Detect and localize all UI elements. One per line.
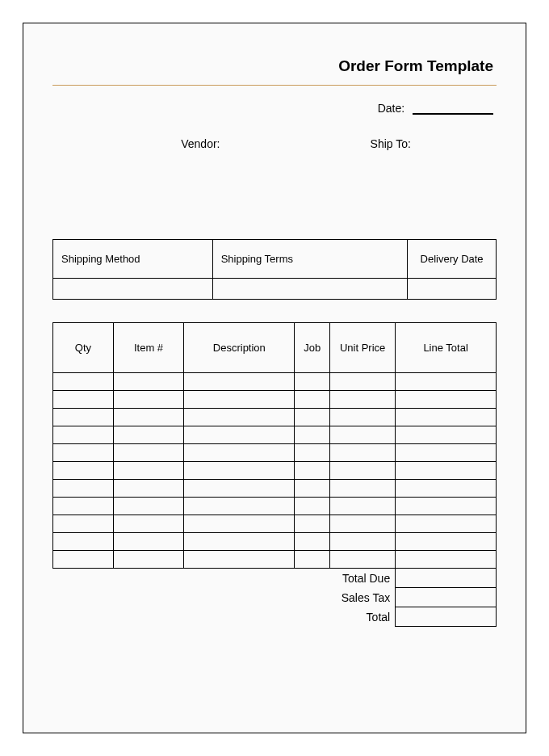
- table-row: [53, 462, 497, 480]
- table-row: [53, 444, 497, 462]
- shipping-table: Shipping Method Shipping Terms Delivery …: [52, 239, 497, 300]
- table-row: [53, 373, 497, 391]
- vendor-label: Vendor:: [52, 137, 253, 150]
- total-due-row: Total Due: [53, 569, 497, 588]
- total-label: Total: [53, 607, 396, 627]
- shipping-terms-header: Shipping Terms: [212, 240, 408, 279]
- table-row: [53, 551, 497, 569]
- total-row: Total: [53, 607, 497, 627]
- total-value[interactable]: [396, 607, 497, 627]
- shipping-method-cell[interactable]: [53, 279, 213, 300]
- sales-tax-value[interactable]: [396, 588, 497, 607]
- table-row: [53, 515, 497, 533]
- delivery-date-header: Delivery Date: [408, 240, 497, 279]
- shipto-label: Ship To:: [253, 137, 497, 150]
- sales-tax-label: Sales Tax: [53, 588, 396, 607]
- date-label: Date:: [378, 102, 404, 115]
- unit-price-header: Unit Price: [330, 323, 396, 373]
- shipping-method-header: Shipping Method: [53, 240, 213, 279]
- description-header: Description: [184, 323, 295, 373]
- form-title: Order Form Template: [52, 57, 497, 85]
- table-row: [53, 391, 497, 409]
- date-input-line[interactable]: [413, 113, 493, 115]
- total-due-label: Total Due: [53, 569, 396, 588]
- title-divider: [52, 85, 497, 86]
- items-table: Qty Item # Description Job Unit Price Li…: [52, 322, 497, 627]
- table-row: [53, 480, 497, 498]
- job-header: Job: [295, 323, 330, 373]
- items-header-row: Qty Item # Description Job Unit Price Li…: [53, 323, 497, 373]
- shipping-header-row: Shipping Method Shipping Terms Delivery …: [53, 240, 497, 279]
- order-form-page: Order Form Template Date: Vendor: Ship T…: [23, 23, 526, 733]
- shipping-terms-cell[interactable]: [212, 279, 408, 300]
- item-header: Item #: [113, 323, 183, 373]
- delivery-date-cell[interactable]: [408, 279, 497, 300]
- qty-header: Qty: [53, 323, 114, 373]
- line-total-header: Line Total: [396, 323, 497, 373]
- table-row: [53, 426, 497, 444]
- table-row: [53, 498, 497, 515]
- sales-tax-row: Sales Tax: [53, 588, 497, 607]
- vendor-shipto-row: Vendor: Ship To:: [52, 137, 497, 150]
- total-due-value[interactable]: [396, 569, 497, 588]
- date-row: Date:: [52, 102, 497, 115]
- table-row: [53, 409, 497, 426]
- table-row: [53, 533, 497, 551]
- shipping-data-row: [53, 279, 497, 300]
